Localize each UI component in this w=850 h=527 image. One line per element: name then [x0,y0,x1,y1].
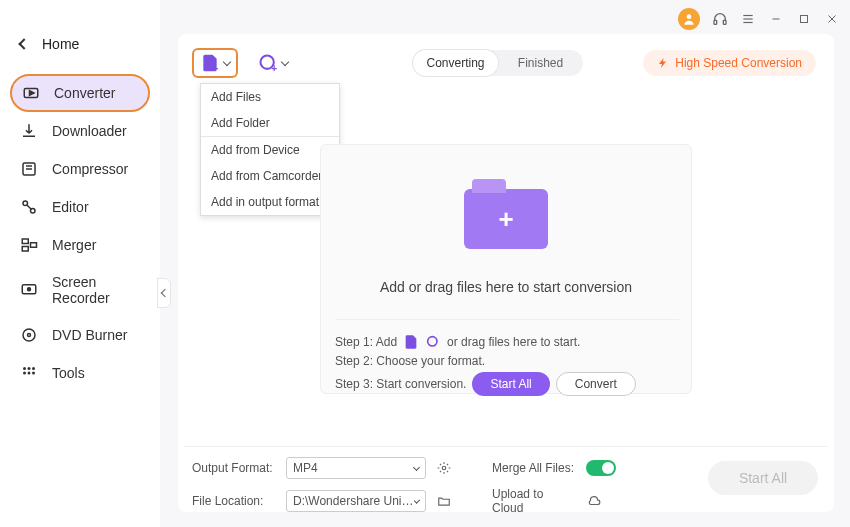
convert-step-button[interactable]: Convert [556,372,636,396]
lightning-icon [657,57,669,69]
nav-label: Tools [52,365,85,381]
file-location-label: File Location: [192,494,276,508]
svg-point-28 [23,372,26,375]
sidebar-item-merger[interactable]: Merger [0,226,160,264]
svg-point-22 [28,288,31,291]
chevron-down-icon [413,463,420,470]
dropdown-add-folder[interactable]: Add Folder [201,110,339,136]
svg-marker-11 [30,91,35,96]
nav-label: DVD Burner [52,327,127,343]
add-file-dropdown: Add Files Add Folder Add from Device Add… [200,83,340,216]
editor-icon [20,198,38,216]
sidebar: Home Converter Downloader Compressor Edi… [0,0,160,527]
tab-segment: Converting Finished [413,50,583,76]
start-all-step-button[interactable]: Start All [472,372,549,396]
svg-point-27 [32,367,35,370]
svg-point-34 [428,337,437,346]
sidebar-item-screen-recorder[interactable]: Screen Recorder [0,264,160,316]
svg-rect-19 [22,247,28,252]
nav-label: Compressor [52,161,128,177]
merge-label: Merge All Files: [492,461,576,475]
back-icon [18,38,29,49]
upload-cloud-label: Upload to Cloud [492,487,576,515]
dropdown-add-output-format[interactable]: Add in output format [201,189,339,215]
nav-label: Screen Recorder [52,274,140,306]
svg-point-24 [28,334,31,337]
home-row[interactable]: Home [0,28,160,60]
start-all-button[interactable]: Start All [708,461,818,495]
chevron-down-icon [281,57,289,65]
tab-converting[interactable]: Converting [413,50,498,76]
tab-finished[interactable]: Finished [498,50,583,76]
merge-toggle[interactable] [586,460,616,476]
recorder-icon [20,281,38,299]
tools-icon [20,364,38,382]
svg-rect-7 [801,16,808,23]
folder-icon: + [464,189,548,249]
chevron-down-icon [223,57,231,65]
sidebar-item-tools[interactable]: Tools [0,354,160,392]
svg-rect-1 [714,20,717,24]
file-location-value: D:\Wondershare UniConverter 1 [293,494,415,508]
sidebar-item-dvd-burner[interactable]: DVD Burner [0,316,160,354]
avatar[interactable] [678,8,700,30]
svg-rect-20 [31,243,37,248]
add-file-button[interactable]: + [192,48,238,78]
nav-label: Downloader [52,123,127,139]
output-format-value: MP4 [293,461,318,475]
add-file-icon: + [200,53,220,73]
sidebar-item-editor[interactable]: Editor [0,188,160,226]
footer: Output Format: MP4 Merge All Files: File… [184,446,828,508]
dropdown-add-camcorder[interactable]: Add from Camcorder [201,163,339,189]
drop-zone[interactable]: + Add or drag files here to start conver… [320,144,692,394]
drop-text: Add or drag files here to start conversi… [380,279,632,295]
merger-icon [20,236,38,254]
sidebar-item-compressor[interactable]: Compressor [0,150,160,188]
svg-point-35 [442,466,446,470]
home-label: Home [42,36,79,52]
file-location-select[interactable]: D:\Wondershare UniConverter 1 [286,490,426,512]
add-url-icon: + [258,53,278,73]
step1-prefix: Step 1: Add [335,335,397,349]
svg-text:+: + [271,63,277,73]
dropdown-add-device[interactable]: Add from Device [201,137,339,163]
headset-icon[interactable] [712,11,728,27]
cloud-icon[interactable] [586,493,602,509]
svg-point-29 [28,372,31,375]
nav-label: Merger [52,237,96,253]
svg-point-26 [28,367,31,370]
svg-point-23 [23,329,35,341]
svg-point-25 [23,367,26,370]
hsc-label: High Speed Conversion [675,56,802,70]
collapse-sidebar-button[interactable] [157,278,171,308]
nav-label: Converter [54,85,115,101]
converter-icon [22,84,40,102]
nav-label: Editor [52,199,89,215]
output-format-label: Output Format: [192,461,276,475]
minimize-icon[interactable] [768,11,784,27]
maximize-icon[interactable] [796,11,812,27]
output-format-select[interactable]: MP4 [286,457,426,479]
close-icon[interactable] [824,11,840,27]
sidebar-item-converter[interactable]: Converter [10,74,150,112]
high-speed-conversion[interactable]: High Speed Conversion [643,50,816,76]
svg-line-17 [27,205,32,210]
step3: Step 3: Start conversion. [335,377,466,391]
svg-rect-18 [22,239,28,244]
downloader-icon [20,122,38,140]
sidebar-item-downloader[interactable]: Downloader [0,112,160,150]
folder-open-icon[interactable] [436,493,452,509]
step2: Step 2: Choose your format. [335,354,485,368]
dropdown-add-files[interactable]: Add Files [201,84,339,110]
main-panel: + + Add Files Add Folder Add from Device… [178,34,834,512]
svg-text:+: + [213,63,219,73]
svg-point-30 [32,372,35,375]
svg-rect-2 [723,20,726,24]
gear-icon[interactable] [436,460,452,476]
svg-point-0 [687,14,692,19]
dvd-icon [20,326,38,344]
step1-suffix: or drag files here to start. [447,335,580,349]
add-url-icon [425,334,441,350]
menu-icon[interactable] [740,11,756,27]
add-url-button[interactable]: + [258,53,288,73]
